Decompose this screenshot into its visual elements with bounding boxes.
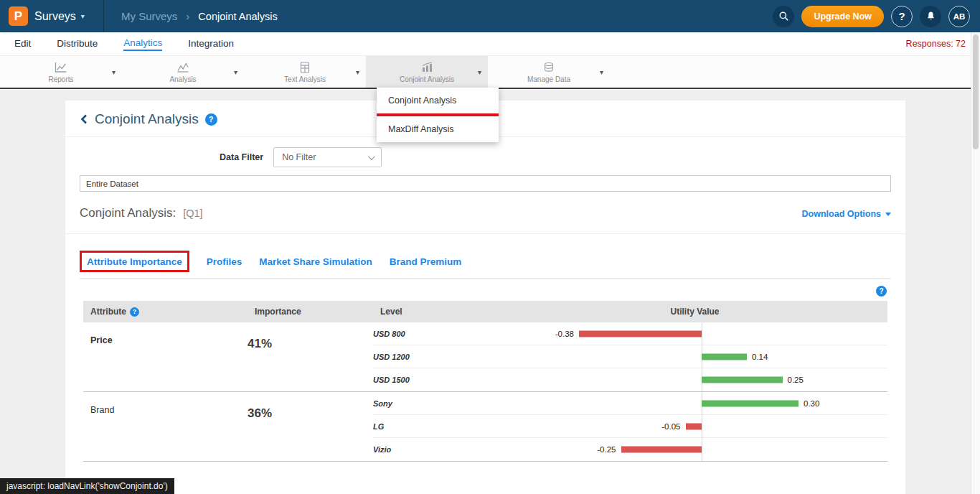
section-title: Conjoint Analysis: — [80, 206, 176, 220]
header-attribute: Attribute ? — [83, 307, 248, 317]
top-bar: P Surveys ▾ My Surveys › Conjoint Analys… — [0, 0, 980, 32]
chevron-down-icon[interactable]: ▾ — [600, 68, 603, 76]
table-help-row: ? — [84, 286, 887, 297]
breadcrumb: My Surveys › Conjoint Analysis — [121, 10, 278, 22]
analysis-tabs: Attribute Importance Profiles Market Sha… — [80, 253, 891, 279]
utility-bar-cell: 0.25 — [502, 368, 887, 391]
level-name: LG — [373, 422, 502, 431]
chevron-left-icon[interactable] — [80, 113, 88, 125]
annotation-box: Attribute Importance — [80, 251, 189, 272]
nav-analytics[interactable]: Analytics — [123, 37, 162, 51]
search-button[interactable] — [773, 6, 794, 27]
responses-count[interactable]: Responses: 72 — [906, 39, 966, 49]
conjoint-analysis-icon — [420, 61, 434, 74]
level-name: USD 1200 — [373, 353, 502, 361]
utility-value-label: -0.05 — [661, 422, 680, 431]
breadcrumb-current: Conjoint Analysis — [198, 11, 277, 22]
toolbar-item-label: Conjoint Analysis — [400, 75, 454, 83]
section-heading-row: Conjoint Analysis: [Q1] Download Options — [80, 206, 891, 220]
utility-bar — [686, 423, 702, 429]
table-row-price: Price 41% USD 800 -0.38 USD 1200 — [83, 322, 887, 392]
bell-icon — [925, 11, 936, 22]
product-switcher[interactable]: P Surveys ▾ — [0, 0, 104, 32]
importance-value: 36% — [248, 392, 373, 461]
vertical-scrollbar[interactable] — [971, 32, 980, 494]
chevron-down-icon: ▾ — [81, 12, 85, 20]
level-name: USD 800 — [373, 330, 502, 338]
upgrade-now-button[interactable]: Upgrade Now — [801, 6, 884, 27]
product-name: Surveys — [34, 10, 76, 23]
dataset-field[interactable]: Entire Dataset — [80, 175, 891, 192]
title-help-icon[interactable]: ? — [205, 113, 217, 126]
nav-integration[interactable]: Integration — [188, 38, 234, 50]
toolbar-item-label: Reports — [48, 75, 73, 83]
utility-bar-cell: -0.38 — [502, 322, 887, 345]
analysis-icon — [176, 61, 190, 74]
level-row: USD 1200 0.14 — [373, 345, 887, 368]
conjoint-dropdown-menu: Conjoint Analysis MaxDiff Analysis — [377, 88, 499, 142]
survey-nav: Edit Distribute Analytics Integration Re… — [0, 32, 980, 56]
utility-bar-cell: -0.05 — [502, 415, 887, 437]
utility-bar — [702, 400, 798, 406]
chevron-down-icon — [885, 213, 891, 216]
toolbar-item-label: Manage Data — [527, 75, 570, 83]
nav-edit[interactable]: Edit — [14, 38, 31, 50]
download-options-label: Download Options — [802, 209, 881, 219]
scrollbar-thumb[interactable] — [973, 34, 979, 149]
utility-value-label: 0.14 — [752, 353, 768, 361]
toolbar-item-manage-data[interactable]: Manage Data ▾ — [488, 56, 610, 88]
level-row: Sony 0.30 — [373, 392, 887, 415]
data-filter-value: No Filter — [282, 152, 316, 162]
level-row: USD 800 -0.38 — [373, 322, 887, 345]
chevron-down-icon[interactable]: ▾ — [112, 68, 116, 76]
chevron-down-icon[interactable]: ▾ — [478, 68, 481, 76]
menu-item-maxdiff-analysis[interactable]: MaxDiff Analysis — [377, 116, 499, 142]
status-tooltip: javascript: loadNavLink('showConjoint.do… — [0, 478, 174, 494]
utility-bar-cell: 0.30 — [502, 392, 887, 414]
data-filter-select[interactable]: No Filter — [273, 147, 382, 167]
header-utility-value: Utility Value — [502, 307, 887, 317]
level-name: USD 1500 — [373, 376, 502, 384]
chevron-down-icon — [368, 153, 375, 160]
user-avatar[interactable]: AB — [948, 6, 970, 27]
attribute-help-icon[interactable]: ? — [130, 307, 139, 317]
help-button[interactable]: ? — [891, 6, 913, 27]
tab-profiles[interactable]: Profiles — [207, 256, 242, 267]
breadcrumb-separator: › — [186, 10, 189, 22]
level-name: Sony — [373, 399, 502, 408]
toolbar-item-label: Text Analysis — [284, 75, 326, 83]
content-area: Conjoint Analysis ? Data Filter No Filte… — [0, 89, 980, 494]
toolbar-item-analysis[interactable]: Analysis ▾ — [122, 56, 244, 88]
table-help-icon[interactable]: ? — [876, 286, 887, 297]
tab-market-share-simulation[interactable]: Market Share Simulation — [259, 256, 372, 267]
utility-bar — [579, 330, 702, 337]
nav-distribute[interactable]: Distribute — [57, 38, 98, 50]
toolbar-item-reports[interactable]: Reports ▾ — [0, 56, 122, 88]
chevron-down-icon[interactable]: ▾ — [356, 68, 359, 76]
header-importance: Importance — [248, 307, 373, 317]
table-header-row: Attribute ? Importance Level Utility Val… — [83, 301, 887, 322]
level-row: LG -0.05 — [373, 415, 887, 438]
chevron-down-icon[interactable]: ▾ — [234, 68, 237, 76]
tab-attribute-importance[interactable]: Attribute Importance — [87, 256, 182, 267]
tab-brand-premium[interactable]: Brand Premium — [390, 256, 462, 267]
divider — [65, 233, 905, 234]
level-name: Vizio — [373, 445, 502, 454]
utility-bar — [621, 447, 702, 453]
header-level: Level — [373, 307, 502, 317]
toolbar-item-text-analysis[interactable]: Text Analysis ▾ — [244, 56, 366, 88]
reports-icon — [54, 61, 68, 74]
utility-bar — [702, 353, 747, 360]
utility-bar — [702, 377, 783, 383]
manage-data-icon — [542, 61, 555, 74]
breadcrumb-my-surveys[interactable]: My Surveys — [121, 10, 177, 22]
toolbar-item-conjoint-analysis[interactable]: Conjoint Analysis ▾ — [366, 56, 488, 88]
download-options-button[interactable]: Download Options — [802, 209, 891, 219]
topbar-actions: Upgrade Now ? AB — [773, 6, 980, 27]
importance-value: 41% — [248, 322, 373, 391]
level-row: Vizio -0.25 — [373, 438, 887, 461]
menu-item-conjoint-analysis[interactable]: Conjoint Analysis — [377, 88, 499, 113]
conjoint-card: Conjoint Analysis ? Data Filter No Filte… — [65, 101, 905, 494]
notifications-button[interactable] — [920, 6, 941, 27]
section-question-ref: [Q1] — [183, 208, 202, 219]
